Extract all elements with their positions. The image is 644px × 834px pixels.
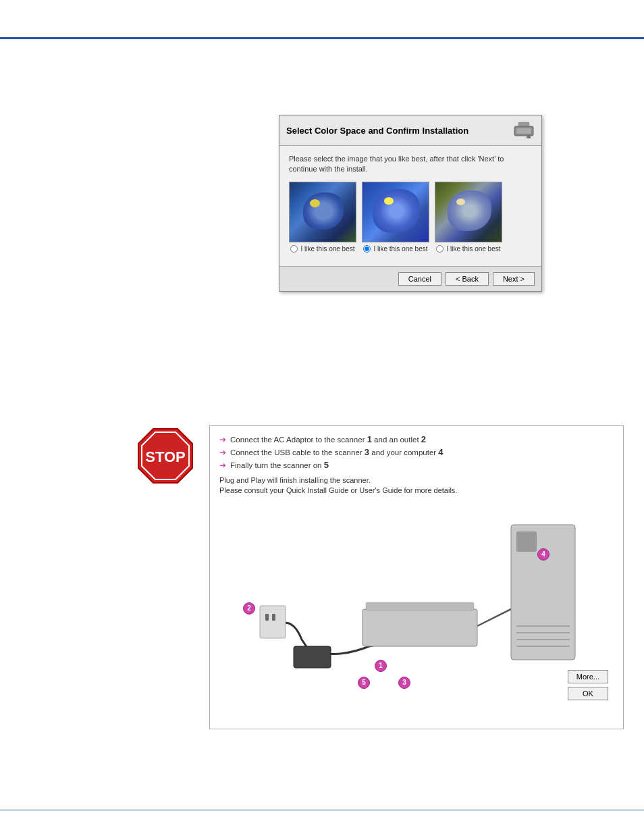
stop-sign: STOP <box>135 425 196 486</box>
svg-rect-13 <box>511 525 575 660</box>
svg-rect-12 <box>272 614 275 621</box>
dialog-title-bar: Select Color Space and Confirm Installat… <box>279 115 541 146</box>
hardware-button-group: More... OK <box>568 670 608 700</box>
arrow-bullet-3: ➔ <box>219 461 226 470</box>
svg-rect-3 <box>527 136 531 138</box>
color-space-dialog: Select Color Space and Confirm Installat… <box>279 115 542 292</box>
stop-section: STOP ➔ Connect the AC Adaptor to the sca… <box>135 425 624 729</box>
instruction-line-3: ➔ Finally turn the scanner on 5 <box>219 460 614 470</box>
hardware-diagram: 1 2 3 4 5 More... OK <box>219 504 614 721</box>
number-circle-5: 5 <box>358 677 370 689</box>
number-circle-2: 2 <box>243 602 255 615</box>
bottom-border-line <box>0 810 644 810</box>
flower-image-group: I like this one best I like this one bes… <box>289 182 532 253</box>
svg-rect-2 <box>518 122 529 126</box>
arrow-bullet-2: ➔ <box>219 448 226 457</box>
more-button[interactable]: More... <box>568 670 608 683</box>
svg-rect-7 <box>363 609 477 646</box>
dialog-instruction: Please select the image that you like be… <box>289 154 532 175</box>
svg-rect-1 <box>516 128 531 134</box>
svg-rect-8 <box>366 602 474 610</box>
svg-rect-11 <box>265 614 269 621</box>
dialog-footer: Cancel < Back Next > <box>279 266 541 291</box>
flower-radio-3[interactable] <box>436 245 444 253</box>
scanner-icon <box>513 121 535 140</box>
flower-option-3: I like this one best <box>435 182 502 253</box>
arrow-bullet-1: ➔ <box>219 435 226 444</box>
flower-radio-label-3[interactable]: I like this one best <box>436 245 500 253</box>
instructions-box: ➔ Connect the AC Adaptor to the scanner … <box>209 425 624 729</box>
flower-radio-2[interactable] <box>363 245 371 253</box>
dialog-title: Select Color Space and Confirm Installat… <box>286 126 513 136</box>
flower-image-3 <box>435 182 502 242</box>
cables-svg <box>219 504 614 721</box>
flower-option-2: I like this one best <box>362 182 429 253</box>
svg-text:STOP: STOP <box>145 448 186 465</box>
top-border-line <box>0 37 644 39</box>
flower-radio-label-1[interactable]: I like this one best <box>290 245 354 253</box>
cancel-button[interactable]: Cancel <box>398 272 441 286</box>
svg-rect-14 <box>516 531 537 552</box>
instruction-line-2: ➔ Connect the USB cable to the scanner 3… <box>219 447 614 457</box>
flower-option-1: I like this one best <box>289 182 356 253</box>
stop-sign-svg: STOP <box>135 425 196 486</box>
next-button[interactable]: Next > <box>493 272 535 286</box>
instruction-line-1: ➔ Connect the AC Adaptor to the scanner … <box>219 434 614 444</box>
back-button[interactable]: < Back <box>446 272 489 286</box>
svg-rect-10 <box>260 606 286 638</box>
flower-image-2 <box>362 182 429 242</box>
dialog-body: Please select the image that you like be… <box>279 146 541 266</box>
flower-radio-label-2[interactable]: I like this one best <box>363 245 427 253</box>
number-circle-1: 1 <box>375 660 387 672</box>
plug-play-text: Plug and Play will finish installing the… <box>219 475 614 496</box>
flower-radio-1[interactable] <box>290 245 298 253</box>
svg-rect-9 <box>294 646 331 668</box>
number-circle-3: 3 <box>398 677 410 689</box>
ok-button[interactable]: OK <box>568 687 608 700</box>
number-circle-4: 4 <box>537 548 549 561</box>
flower-image-1 <box>289 182 356 242</box>
